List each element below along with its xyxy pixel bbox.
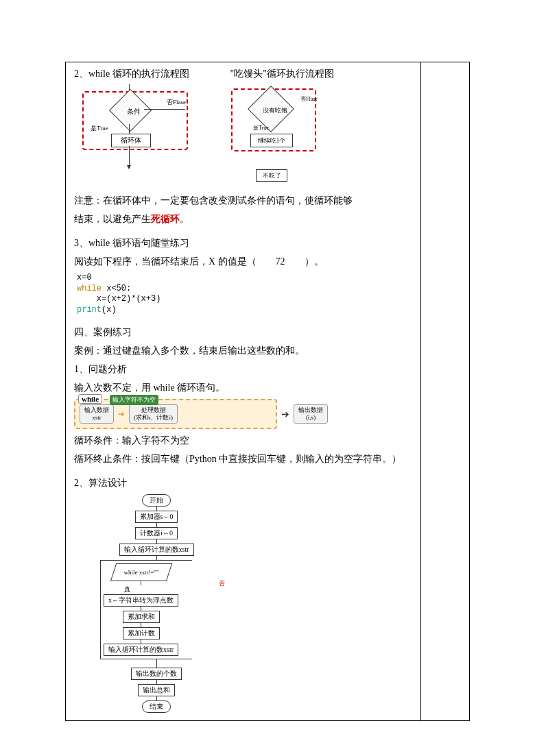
- end-box: 不吃了: [256, 169, 287, 182]
- note-line2: 结束，以避免产生死循环。: [74, 212, 412, 226]
- margin-column: [421, 62, 469, 720]
- analysis-title: 1、问题分析: [74, 362, 412, 376]
- step-node: 输出总和: [138, 684, 175, 696]
- algo-flowchart: 否 开始 累加器s←0 计数器i←0 输入循环计算的数xstr while xs…: [74, 494, 239, 713]
- step-node: 输出数的个数: [131, 668, 182, 680]
- analysis-text: 输入次数不定，用 while 循环语句。: [74, 380, 412, 395]
- practice-question: 阅读如下程序，当循环结束后，X 的值是（ 72 ）。: [74, 254, 412, 269]
- code-line: x=(x+2)*(x+3): [77, 294, 412, 305]
- end-node: 结束: [142, 700, 171, 713]
- loop-body: 继续吃1个: [250, 134, 293, 147]
- note-line1: 注意：在循环体中，一定要包含改变测试条件的语句，使循环能够: [74, 193, 412, 208]
- step-node: 累加求和: [123, 611, 160, 623]
- code-block: x=0 while x<50: x=(x+2)*(x+3) print(x): [77, 273, 412, 315]
- loop-cond: 循环条件：输入字符不为空: [74, 433, 412, 448]
- label-true: 是True: [253, 124, 269, 132]
- label-yes: 真: [124, 585, 130, 594]
- sec-practice-title: 3、while 循环语句随堂练习: [74, 236, 412, 250]
- step-node: 输入循环计算的数xstr: [119, 544, 194, 556]
- pipe-output: 输出数据 (i,s): [294, 404, 328, 424]
- code-line: while x<50:: [77, 284, 412, 295]
- arrow-icon: ➔: [281, 409, 289, 420]
- arrow-icon: ➔: [118, 409, 125, 419]
- label-true: 是True: [91, 124, 108, 133]
- flowchart-while: 条件 是True 否Flase 循环体: [74, 83, 194, 179]
- flowchart-mantou: 没有吃饱 是True 否Flase 继续吃1个 不吃了: [222, 83, 328, 189]
- pipe-input: 输入数据 xstr: [80, 404, 114, 424]
- label-false: 否Flase: [300, 95, 318, 103]
- loop-body: 循环体: [111, 134, 151, 147]
- stop-cond: 循环终止条件：按回车键（Python 中直接按回车键，则输入的为空字符串。）: [74, 452, 412, 466]
- loop-frame: while xstr!="" 真 x←字符串转为浮点数 累加求和 累加计数 输入…: [100, 560, 192, 659]
- step-node: 累加计数: [123, 627, 160, 639]
- highlight-dead-loop: 死循环: [151, 214, 180, 224]
- pipe-process: 处理数据 (求和s、计数i): [129, 404, 178, 424]
- step-node: 累加器s←0: [135, 511, 178, 523]
- step-node: 输入循环计算的数xstr: [104, 644, 178, 656]
- pipeline-diagram: while 输入字符不为空 输入数据 xstr ➔ 处理数据 (求和s、计数i)…: [74, 399, 412, 429]
- label-no: 否: [219, 579, 225, 588]
- step-node: 计数器i←0: [135, 527, 178, 539]
- start-node: 开始: [142, 494, 171, 507]
- label-false: 否Flase: [167, 98, 186, 107]
- while-cond: while xstr!="": [110, 563, 171, 581]
- bubble-label: 输入字符不为空: [110, 395, 158, 405]
- code-line: x=0: [77, 273, 412, 284]
- code-line: print(x): [77, 305, 412, 316]
- while-chip: while: [78, 394, 102, 404]
- case-title: 四、案例练习: [74, 325, 412, 339]
- flow-titles: 2、while 循环的执行流程图 "吃馒头"循环执行流程图: [74, 68, 412, 80]
- flow-title-1: 2、while 循环的执行流程图: [74, 68, 189, 80]
- content-column: 2、while 循环的执行流程图 "吃馒头"循环执行流程图 条件 是True 否…: [66, 62, 421, 720]
- algo-title: 2、算法设计: [74, 476, 412, 490]
- flow-title-2: "吃馒头"循环执行流程图: [230, 68, 334, 80]
- case-desc: 案例：通过键盘输入多个数，结束后输出这些数的和。: [74, 343, 412, 358]
- step-node: x←字符串转为浮点数: [104, 594, 178, 607]
